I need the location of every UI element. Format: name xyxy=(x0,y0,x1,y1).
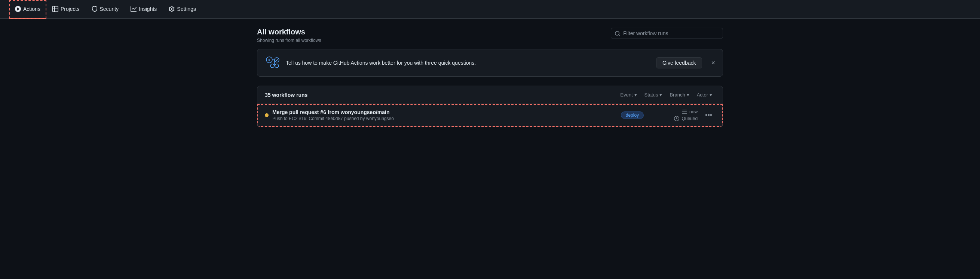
actions-workflow-icon xyxy=(265,55,280,70)
filter-workflow-input[interactable] xyxy=(611,28,723,39)
runs-header: 35 workflow runs Event ▾ Status ▾ Branch… xyxy=(257,86,723,104)
header-left: All workflows Showing runs from all work… xyxy=(257,28,321,43)
run-title: Merge pull request #6 from wonyoungseo/m… xyxy=(272,109,612,115)
shield-icon xyxy=(92,6,98,12)
runs-filters: Event ▾ Status ▾ Branch ▾ Actor ▾ xyxy=(617,91,715,99)
status-filter-label: Status xyxy=(644,92,658,97)
status-filter-button[interactable]: Status ▾ xyxy=(641,91,665,99)
gear-icon xyxy=(169,6,175,12)
more-icon: ••• xyxy=(705,112,712,119)
run-queued-status: Queued xyxy=(674,116,698,121)
feedback-banner: Tell us how to make GitHub Actions work … xyxy=(257,49,723,77)
chevron-down-icon-4: ▾ xyxy=(710,92,712,97)
nav-insights-label: Insights xyxy=(139,6,157,12)
run-more-button[interactable]: ••• xyxy=(702,110,715,121)
svg-point-4 xyxy=(275,57,279,62)
run-tag: deploy xyxy=(621,112,644,119)
main-content: All workflows Showing runs from all work… xyxy=(245,19,735,136)
run-status-dot xyxy=(265,113,269,117)
nav-item-security[interactable]: Security xyxy=(86,0,125,19)
run-status-value: Queued xyxy=(681,116,698,121)
give-feedback-button[interactable]: Give feedback xyxy=(656,57,702,69)
actor-filter-button[interactable]: Actor ▾ xyxy=(694,91,715,99)
content-area: All workflows Showing runs from all work… xyxy=(257,28,723,127)
branch-filter-button[interactable]: Branch ▾ xyxy=(667,91,692,99)
actor-filter-label: Actor xyxy=(697,92,708,97)
filter-input-wrap xyxy=(611,28,723,39)
chevron-down-icon-3: ▾ xyxy=(687,92,689,97)
nav-actions-label: Actions xyxy=(23,6,40,12)
svg-point-6 xyxy=(275,64,278,68)
graph-icon xyxy=(130,6,137,12)
run-time-value: now xyxy=(689,109,698,115)
runs-section: 35 workflow runs Event ▾ Status ▾ Branch… xyxy=(257,86,723,127)
nav-projects-label: Projects xyxy=(60,6,80,12)
nav-security-label: Security xyxy=(100,6,119,12)
nav-item-projects[interactable]: Projects xyxy=(46,0,86,19)
nav-item-settings[interactable]: Settings xyxy=(163,0,202,19)
table-icon xyxy=(52,6,58,12)
run-meta: now Queued xyxy=(653,109,698,121)
nav-item-insights[interactable]: Insights xyxy=(124,0,163,19)
feedback-banner-left: Tell us how to make GitHub Actions work … xyxy=(265,55,476,70)
event-filter-label: Event xyxy=(620,92,633,97)
event-filter-button[interactable]: Event ▾ xyxy=(617,91,640,99)
runs-count-label: 35 workflow runs xyxy=(265,92,307,98)
svg-point-5 xyxy=(270,64,274,68)
close-banner-button[interactable]: × xyxy=(706,59,715,66)
header-row: All workflows Showing runs from all work… xyxy=(257,28,723,43)
nav-item-actions[interactable]: Actions xyxy=(9,0,46,19)
run-time: now xyxy=(682,109,698,115)
feedback-text: Tell us how to make GitHub Actions work … xyxy=(286,60,476,66)
run-info: Merge pull request #6 from wonyoungseo/m… xyxy=(272,109,612,121)
chevron-down-icon: ▾ xyxy=(635,92,637,97)
play-circle-icon xyxy=(15,6,21,12)
branch-filter-label: Branch xyxy=(670,92,685,97)
close-icon: × xyxy=(711,59,715,67)
page-subtitle: Showing runs from all workflows xyxy=(257,38,321,43)
search-icon xyxy=(614,30,620,36)
nav-bar: Actions Projects Security Insights xyxy=(0,0,980,19)
run-subtitle: Push to EC2 #16: Commit 48e0d87 pushed b… xyxy=(272,116,612,121)
page-title: All workflows xyxy=(257,28,321,36)
run-row[interactable]: Merge pull request #6 from wonyoungseo/m… xyxy=(257,104,723,127)
nav-settings-label: Settings xyxy=(177,6,196,12)
chevron-down-icon-2: ▾ xyxy=(659,92,662,97)
